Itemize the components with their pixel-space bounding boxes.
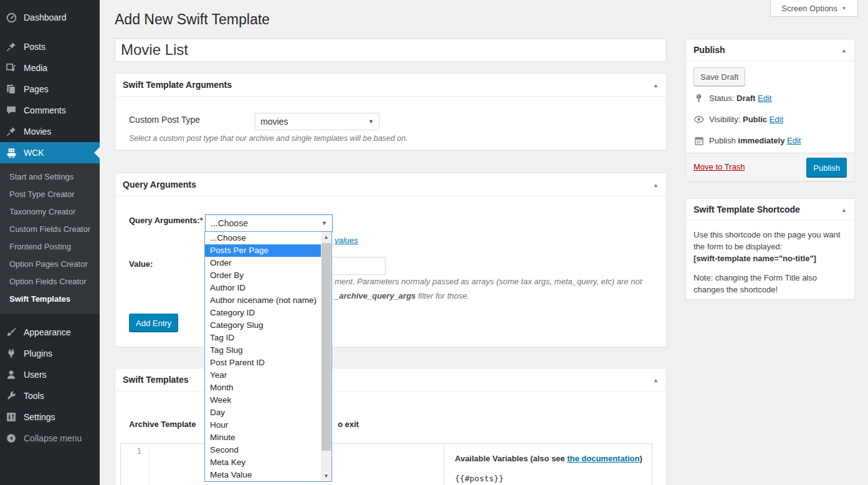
settings-icon [5,411,17,423]
sidebar-item-tools[interactable]: Tools [0,385,100,406]
sidebar-item-appearance[interactable]: Appearance [0,322,100,343]
wrench-icon [5,390,17,402]
available-variables-text: Available Variables (also see [455,454,567,463]
edit-status-link[interactable]: Edit [758,94,771,103]
sidebar-item-wck[interactable]: WCK [0,142,100,163]
query-arguments-select[interactable]: ...Choose [205,214,333,232]
sidebar-item-label: Tools [24,391,44,401]
submenu-item-frontend-posting[interactable]: Frontend Posting [0,238,100,256]
template-title-input[interactable] [115,38,667,62]
dropdown-option[interactable]: Order By [205,269,321,282]
available-variables-text-end: ) [639,454,642,463]
dropdown-option[interactable]: Author nicename (not name) [205,294,321,307]
dropdown-option[interactable]: Category ID [205,307,321,319]
dropdown-option[interactable]: Post Parent ID [205,357,321,369]
screen-options-button[interactable]: Screen Options [770,0,858,17]
dropdown-scrollbar[interactable]: ▲ ▼ [321,232,331,481]
sidebar-item-posts[interactable]: Posts [0,36,100,57]
collapse-toggle-icon[interactable] [841,40,847,61]
shortcode-body: Use this shortcode on the page you want … [694,229,847,295]
dropdown-option[interactable]: Author ID [205,282,321,294]
collapse-toggle-icon[interactable] [653,174,659,196]
shortcode-value: [swift-template name="no-title"] [694,254,816,263]
dropdown-option[interactable]: Tag ID [205,332,321,344]
dropdown-option[interactable]: Order [205,257,321,269]
custom-post-type-value: movies [260,117,288,127]
documentation-link[interactable]: the documentation [567,454,639,463]
editor-panel-divider [444,444,444,485]
archive-template-label-fragment: o exit [338,420,359,429]
submenu-item-custom-fields-creator[interactable]: Custom Fields Creator [0,221,100,238]
dropdown-option[interactable]: Week [205,394,321,406]
query-arguments-box: Query Arguments Query Arguments:* ...Cho… [115,173,667,347]
sidebar-item-users[interactable]: Users [0,364,100,385]
schedule-value: immediately [738,136,785,145]
collapse-toggle-icon[interactable] [653,74,659,97]
filter-description-fragment: filter for those. [416,291,469,300]
sidebar-item-movies[interactable]: Movies [0,121,100,142]
collapse-toggle-icon[interactable] [653,369,659,391]
dropdown-option[interactable]: Meta Value [205,469,321,481]
publish-button[interactable]: Publish [806,158,847,178]
user-icon [5,368,17,381]
value-label: Value: [129,259,153,269]
possible-values-link-fragment[interactable]: values [335,236,358,245]
submenu-item-post-type-creator[interactable]: Post Type Creator [0,186,100,203]
edit-visibility-link[interactable]: Edit [770,115,783,124]
publish-box: Publish Save Draft Status: Draft Edit Vi… [685,39,855,181]
dropdown-option[interactable]: Meta Key [205,456,321,469]
dropdown-option[interactable]: Second [205,444,321,456]
sidebar-item-media[interactable]: Media [0,57,100,79]
submenu-item-swift-templates[interactable]: Swift Templates [0,291,100,308]
sidebar-item-dashboard[interactable]: Dashboard [0,7,100,27]
page-title: Add New Swift Template [115,11,270,28]
dropdown-option[interactable]: Month [205,382,321,394]
add-entry-button[interactable]: Add Entry [129,314,178,332]
schedule-text: Publish immediately Edit [709,136,801,145]
visibility-row: Visibility: Public Edit [694,114,783,125]
sidebar-bottom-group: Appearance Plugins Users Tools [0,322,100,449]
archive-template-label: Archive Template [129,420,196,429]
scrollbar-thumb[interactable] [322,243,331,451]
sidebar-item-label: Users [24,370,47,380]
required-asterisk: * [200,216,203,225]
dropdown-option[interactable]: Category Slug [205,319,321,332]
shortcode-instruction: Use this shortcode on the page you want … [694,229,847,264]
screen-options-label: Screen Options [781,4,837,13]
submenu-item-taxonomy-creator[interactable]: Taxonomy Creator [0,203,100,221]
query-arguments-dropdown-list: ...ChoosePosts Per PageOrderOrder ByAuth… [204,231,332,482]
custom-post-type-select[interactable]: movies [255,113,379,130]
submenu-item-option-pages-creator[interactable]: Option Pages Creator [0,256,100,273]
submenu-item-option-fields-creator[interactable]: Option Fields Creator [0,273,100,291]
dropdown-option[interactable]: Year [205,369,321,382]
pin-icon [5,125,17,138]
media-icon [5,62,17,74]
visibility-label: Visibility: [709,115,740,124]
shortcode-instruction-text: Use this shortcode on the page you want … [694,230,841,251]
scroll-up-arrow-icon[interactable]: ▲ [321,232,331,242]
sidebar-item-settings[interactable]: Settings [0,406,100,428]
dropdown-option-highlighted[interactable]: Posts Per Page [205,244,321,257]
scroll-down-arrow-icon[interactable]: ▼ [321,471,331,481]
metabox-header: Swift Template Arguments [115,74,666,97]
collapse-toggle-icon[interactable] [841,199,847,221]
metabox-title: Publish [694,45,725,55]
sidebar-item-pages[interactable]: Pages [0,79,100,100]
sidebar-item-label: Plugins [24,348,52,358]
dropdown-option[interactable]: Minute [205,431,321,444]
sidebar-item-comments[interactable]: Comments [0,100,100,121]
dropdown-option[interactable]: ...Choose [205,232,321,244]
wck-submenu: Start and Settings Post Type Creator Tax… [0,163,100,314]
archive-template-editor[interactable]: 1 Available Variables (also see the docu… [120,443,652,485]
dropdown-option[interactable]: Day [205,406,321,419]
save-draft-button[interactable]: Save Draft [694,67,745,86]
edit-schedule-link[interactable]: Edit [787,136,801,145]
metabox-header: Swift Templates [115,368,666,391]
pin-icon [5,41,17,53]
submenu-item-start-and-settings[interactable]: Start and Settings [0,168,100,186]
sidebar-item-plugins[interactable]: Plugins [0,343,100,364]
dropdown-option[interactable]: Tag Slug [205,344,321,357]
move-to-trash-link[interactable]: Move to Trash [694,162,745,171]
dropdown-option[interactable]: Hour [205,419,321,431]
sidebar-item-collapse-menu[interactable]: Collapse menu [0,428,100,449]
